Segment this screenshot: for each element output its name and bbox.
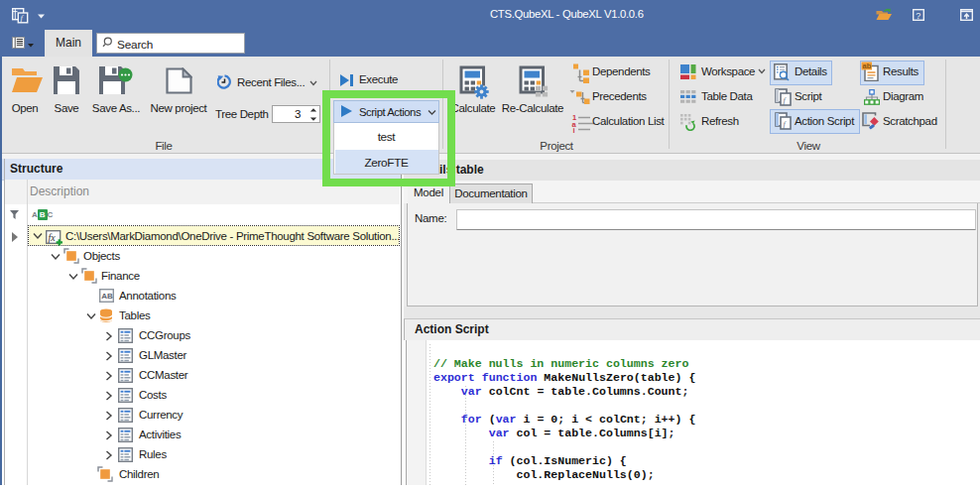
- svg-text:AB: AB: [101, 292, 113, 301]
- svg-text:fx: fx: [49, 232, 57, 243]
